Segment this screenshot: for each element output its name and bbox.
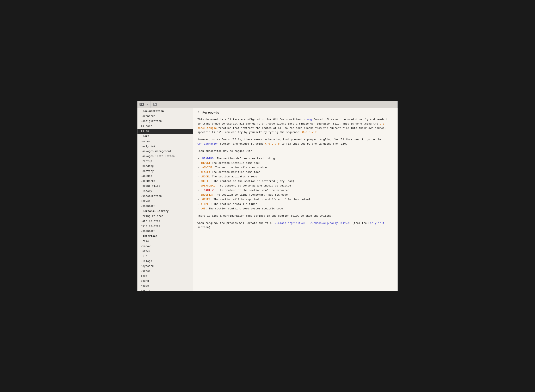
content-area: * Forewords This document is a litterate…	[193, 108, 398, 291]
sidebar-item-backups[interactable]: Backups	[137, 174, 193, 179]
tag-list: - :BINDING: The section defines some key…	[197, 156, 393, 211]
sidebar-item-frame[interactable]: Frame	[137, 239, 193, 244]
tag-advice: - :ADVICE: The section installs some adv…	[197, 165, 393, 170]
sidebar-section-documentation[interactable]: + Documentation	[137, 109, 193, 114]
sidebar-item-customization[interactable]: Customization	[137, 194, 193, 199]
tab-forewords[interactable]: RW	[151, 101, 398, 107]
link-early-init-el[interactable]: ~/.emacs.org/early-init.el	[309, 222, 350, 225]
tag-bugfix-label: :BUGFIX:	[201, 193, 213, 196]
tag-defer: - :DEFER: The content of the section is …	[197, 179, 393, 184]
tag-hook-label: :HOOK:	[201, 162, 210, 165]
tag-bugfix: - :BUGFIX: The section contains (tempora…	[197, 193, 393, 197]
sidebar-item-packages-management[interactable]: Packages management	[137, 149, 193, 154]
paragraph-closing: There is also a configuration mode defin…	[197, 214, 393, 218]
sidebar-item-benchmark-core[interactable]: Benchmark	[137, 204, 193, 209]
link-early-init[interactable]: Early init	[368, 222, 384, 225]
sidebar-item-bookmarks[interactable]: Bookmarks	[137, 179, 193, 184]
sidebar-section-interface[interactable]: + Interface	[137, 233, 193, 239]
tag-binding-label: :BINDING:	[201, 157, 215, 160]
sidebar-item-server[interactable]: Server	[137, 199, 193, 204]
paragraph-2: However, on my Emacs (28.1), there seems…	[197, 138, 393, 146]
tag-personal: - :PERSONAL: The content is personal and…	[197, 184, 393, 188]
sidebar-item-buffer[interactable]: Buffer	[137, 249, 193, 254]
tag-other-label: :OTHER:	[201, 198, 212, 201]
sidebar-item-recent-files[interactable]: Recent files	[137, 184, 193, 189]
page-title: Forewords	[202, 111, 219, 115]
sidebar-item-scroll[interactable]: Scroll	[137, 289, 193, 291]
main-window: RO RW + Documentation Forewords Configur…	[137, 101, 398, 291]
sidebar-item-encoding[interactable]: Encoding	[137, 164, 193, 169]
sidebar-item-to-sort[interactable]: To sort	[137, 124, 193, 129]
paragraph-3: Each subsection may be tagged with:	[197, 149, 393, 154]
tag-defer-label: :DEFER:	[201, 180, 212, 183]
sidebar-item-dialogs[interactable]: Dialogs	[137, 259, 193, 264]
link-org[interactable]: org	[307, 118, 312, 121]
link-configuration[interactable]: Configuration	[197, 142, 218, 145]
link-init-el[interactable]: ~/.emacs.org/init.el	[273, 222, 306, 225]
tab-bar: RO RW	[137, 101, 398, 108]
sidebar-item-text[interactable]: Text	[137, 274, 193, 279]
code-c-c-v-s: C-c C-v s	[265, 142, 280, 145]
tag-mode: - :MODE: The section activates a mode	[197, 174, 393, 179]
tag-personal-label: :PERSONAL:	[201, 184, 217, 187]
tag-binding: - :BINDING: The section defines some key…	[197, 156, 393, 161]
sidebar-item-benchmark-personal[interactable]: Benchmark	[137, 229, 193, 233]
title-asterisk: *	[197, 111, 199, 115]
sidebar-item-recovery[interactable]: Recovery	[137, 169, 193, 174]
tag-advice-label: :ADVICE:	[201, 166, 213, 169]
tag-inactive-label: :INACTIVE:	[201, 189, 217, 192]
link-org-babel-tangle[interactable]: org-babel-tangle	[197, 122, 386, 130]
sidebar-item-configuration[interactable]: Configuration	[137, 119, 193, 124]
tag-hook: - :HOOK: The section installs some hook	[197, 161, 393, 165]
tag-timer: - :TIMER: The section install a timer	[197, 202, 393, 206]
sidebar: + Documentation Forewords Configuration …	[137, 108, 193, 291]
tag-other: - :OTHER: The section will be exported t…	[197, 197, 393, 202]
tag-os: - :OS: The section contains some system …	[197, 206, 393, 211]
sidebar-item-startup[interactable]: Startup	[137, 159, 193, 164]
content-title: * Forewords	[197, 111, 393, 115]
tag-face-label: :FACE:	[201, 171, 210, 174]
sidebar-item-mu4e-related[interactable]: Mu4e related	[137, 224, 193, 229]
sidebar-item-cursor[interactable]: Cursor	[137, 269, 193, 274]
sidebar-item-packages-installation[interactable]: Packages installation	[137, 154, 193, 159]
paragraph-final: When tangled, the process will create th…	[197, 221, 393, 230]
tag-mode-label: :MODE:	[201, 175, 210, 178]
tag-inactive: - :INACTIVE: The content of the section …	[197, 188, 393, 193]
tab-outline-badge: RO	[140, 103, 144, 106]
tab-outline[interactable]: RO	[137, 101, 151, 107]
sidebar-item-early-init[interactable]: Early init	[137, 144, 193, 149]
sidebar-item-mouse[interactable]: Mouse	[137, 284, 193, 289]
paragraph-1: This document is a litterate configurati…	[197, 117, 393, 135]
tag-timer-label: :TIMER:	[201, 203, 212, 206]
tab-forewords-badge: RW	[153, 103, 157, 106]
sidebar-item-window[interactable]: Window	[137, 244, 193, 249]
tag-face: - :FACE: The section modifies some face	[197, 170, 393, 174]
sidebar-item-sound[interactable]: Sound	[137, 279, 193, 284]
tab-outline-dot	[147, 104, 148, 105]
tag-os-label: :OS:	[201, 207, 207, 210]
sidebar-section-personal-library[interactable]: + Personal library	[137, 209, 193, 214]
sidebar-item-header[interactable]: Header	[137, 139, 193, 144]
main-area: + Documentation Forewords Configuration …	[137, 108, 398, 291]
code-c-c-v-t: C-c C-v t	[302, 131, 317, 134]
sidebar-item-keyboard[interactable]: Keyboard	[137, 264, 193, 269]
sidebar-item-to-do[interactable]: To do	[137, 129, 193, 134]
sidebar-item-history[interactable]: History	[137, 189, 193, 194]
sidebar-item-string-related[interactable]: String related	[137, 214, 193, 219]
sidebar-item-forewords[interactable]: Forewords	[137, 114, 193, 119]
sidebar-item-date-related[interactable]: Date related	[137, 219, 193, 224]
sidebar-item-file[interactable]: File	[137, 254, 193, 259]
sidebar-section-core[interactable]: + Core	[137, 134, 193, 139]
